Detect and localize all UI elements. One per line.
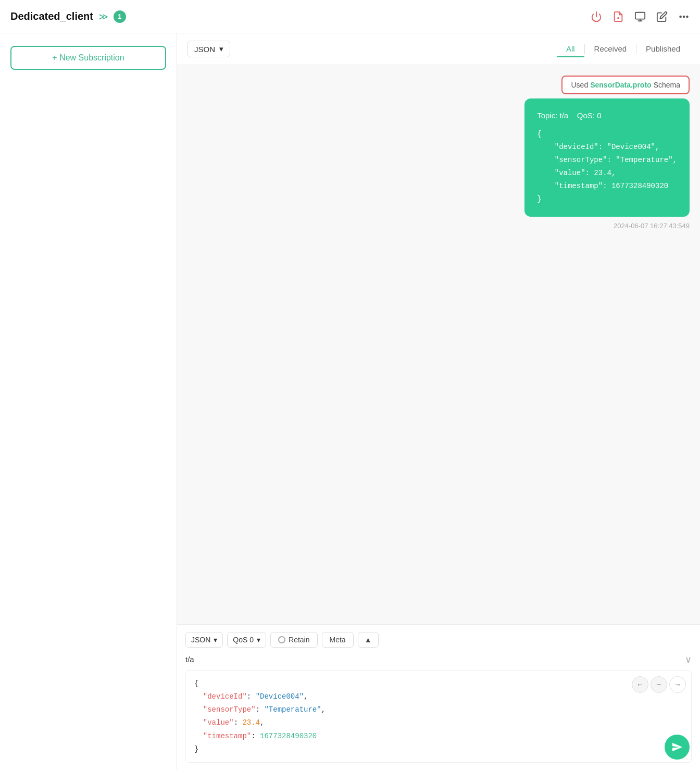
nav-minus-button[interactable]: − [651,676,667,693]
retain-label: Retain [289,636,309,644]
code-editor[interactable]: ← − → { "deviceId": "Device004", "sensor… [185,670,692,763]
topic-row: t/a ∨ [185,654,692,665]
message-topic-qos: Topic: t/a QoS: 0 [537,109,677,122]
svg-point-6 [683,16,685,17]
svg-point-1 [618,17,619,18]
code-val-timestamp: 1677328490320 [260,732,317,740]
expand-icon: ▲ [365,636,372,644]
sidebar: + New Subscription [0,33,177,770]
code-key-value: "value" [203,718,234,727]
tab-all[interactable]: All [557,41,584,57]
expand-button[interactable]: ▲ [358,632,379,648]
code-key-timestamp: "timestamp" [203,732,251,740]
topic-text: Topic: t/a [537,111,568,120]
power-button[interactable] [591,11,602,22]
nav-controls: ← − → [632,676,686,693]
nav-back-button[interactable]: ← [632,676,648,693]
qos-select[interactable]: QoS 0 ▾ [227,632,266,648]
message-timestamp: 2024-06-07 16:27:43:549 [188,222,690,230]
code-key-deviceid: "deviceId" [203,692,247,701]
svg-rect-2 [635,12,645,19]
code-line-close-brace: } [194,743,683,756]
qos-text: QoS: 0 [577,111,602,120]
code-line-timestamp: "timestamp": 1677328490320 [194,730,683,743]
message-body: { "deviceId": "Device004", "sensorType":… [537,128,677,206]
code-line-open-brace: { [194,677,683,690]
main-layout: + New Subscription JSON ▾ All Received P… [0,33,700,770]
code-key-sensortype: "sensorType" [203,705,256,714]
qos-chevron-icon: ▾ [257,636,260,644]
topic-chevron-icon: ∨ [685,654,692,665]
tab-published[interactable]: Published [636,41,690,57]
code-line-sensor-type: "sensorType": "Temperature", [194,703,683,716]
content-panel: JSON ▾ All Received Published Used Senso… [177,33,700,770]
schema-badge: Used SensorData.proto Schema [561,76,690,94]
schema-used-text: Used [571,81,588,89]
content-topbar: JSON ▾ All Received Published [177,33,700,65]
retain-button[interactable]: Retain [270,632,317,648]
code-line-device-id: "deviceId": "Device004", [194,690,683,703]
filter-tabs: All Received Published [557,41,690,57]
editor-format-chevron-icon: ▾ [214,636,217,644]
format-label: JSON [194,45,215,54]
retain-circle-icon [278,636,285,643]
editor-format-label: JSON [191,636,210,644]
app-title: Dedicated_client [10,10,93,22]
edit-button[interactable] [656,11,668,22]
code-line-value: "value": 23.4, [194,716,683,729]
schema-proto-name: SensorData.proto [590,81,651,89]
header-left: Dedicated_client ≫ 1 [10,10,126,23]
format-chevron-icon: ▾ [219,44,223,54]
topic-input[interactable]: t/a [185,655,685,664]
chevron-down-icon[interactable]: ≫ [98,11,108,22]
code-val-sensortype: "Temperature" [264,705,321,714]
schema-label: Schema [654,81,680,89]
bottom-editor-wrapper: JSON ▾ QoS 0 ▾ Retain Meta ▲ [177,624,700,770]
tab-received[interactable]: Received [585,41,636,57]
svg-point-7 [686,16,688,17]
file-button[interactable] [612,11,624,22]
bottom-editor: JSON ▾ QoS 0 ▾ Retain Meta ▲ [177,624,700,770]
monitor-button[interactable] [634,11,646,22]
header-icons [591,11,690,22]
editor-format-select[interactable]: JSON ▾ [185,632,223,648]
qos-label: QoS 0 [233,636,254,644]
nav-forward-button[interactable]: → [669,676,686,693]
format-select[interactable]: JSON ▾ [188,41,230,57]
code-val-deviceid: "Device004" [256,692,304,701]
connection-badge: 1 [114,10,126,23]
svg-point-5 [680,16,681,17]
message-bubble: Topic: t/a QoS: 0 { "deviceId": "Device0… [524,98,690,217]
meta-button[interactable]: Meta [322,632,354,648]
code-val-value: 23.4 [242,718,260,727]
new-subscription-button[interactable]: + New Subscription [10,46,166,70]
messages-area: Used SensorData.proto Schema Topic: t/a … [177,65,700,624]
send-button[interactable] [665,735,690,760]
editor-topbar: JSON ▾ QoS 0 ▾ Retain Meta ▲ [185,632,692,648]
more-button[interactable] [678,11,690,22]
header: Dedicated_client ≫ 1 [0,0,700,33]
schema-badge-wrapper: Used SensorData.proto Schema [188,76,690,94]
